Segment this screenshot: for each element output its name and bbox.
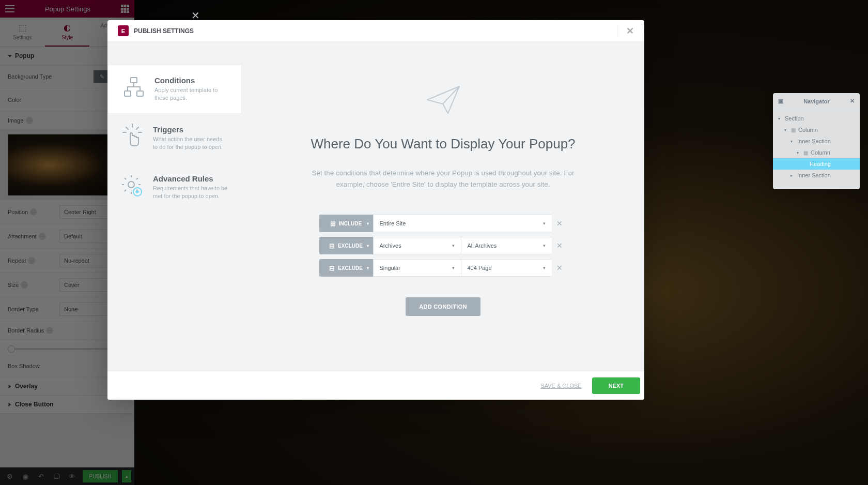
modal-header: E PUBLISH SETTINGS ✕	[107, 20, 644, 42]
condition-subvalue-select[interactable]: 404 Page▾	[461, 259, 552, 277]
sidebar-item-advanced[interactable]: Advanced Rules Requirements that have to…	[107, 163, 242, 212]
navigator-title: Navigator	[803, 98, 830, 104]
chevron-down-icon: ▾	[543, 265, 546, 270]
condition-value-select[interactable]: Archives▾	[373, 237, 461, 254]
chevron-down-icon: ▾	[543, 221, 546, 226]
elementor-badge-icon: E	[118, 25, 129, 36]
svg-rect-2	[137, 91, 143, 96]
sidebar-item-conditions[interactable]: Conditions Apply current template to the…	[107, 65, 242, 114]
save-close-link[interactable]: SAVE & CLOSE	[540, 383, 581, 389]
triggers-icon	[121, 125, 144, 148]
condition-row: ⊟EXCLUDE▾ Singular▾ 404 Page▾ ✕	[319, 259, 567, 277]
add-condition-button[interactable]: ADD CONDITION	[406, 297, 481, 316]
main-heading: Where Do You Want to Display Your Popup?	[311, 136, 575, 152]
condition-type-select[interactable]: ⊞INCLUDE▾	[319, 215, 373, 232]
advanced-icon	[121, 174, 144, 197]
condition-subvalue-select[interactable]: All Archives▾	[461, 237, 552, 254]
column-icon: ▦	[803, 150, 808, 156]
modal-body: Conditions Apply current template to the…	[107, 42, 644, 371]
plus-square-icon: ⊞	[330, 220, 336, 228]
nav-item-inner-section[interactable]: ▾Inner Section	[773, 135, 860, 147]
remove-condition-icon[interactable]: ✕	[552, 219, 567, 228]
condition-rows: ⊞INCLUDE▾ Entire Site▾ ✕ ⊟EXCLUDE▾ Archi…	[319, 215, 567, 277]
navigator-panel[interactable]: ▣ Navigator ✕ ▾Section ▾▦Column ▾Inner S…	[773, 93, 860, 189]
chevron-down-icon: ▾	[367, 266, 369, 270]
next-button[interactable]: NEXT	[592, 377, 640, 394]
caret-down-icon: ▾	[784, 128, 788, 132]
modal-sidebar: Conditions Apply current template to the…	[107, 42, 242, 371]
condition-type-select[interactable]: ⊟EXCLUDE▾	[319, 237, 373, 254]
nav-item-inner-section[interactable]: ▸Inner Section	[773, 170, 860, 181]
minus-square-icon: ⊟	[329, 242, 335, 250]
publish-settings-modal: E PUBLISH SETTINGS ✕ Conditions Apply cu…	[107, 20, 644, 400]
main-description: Set the conditions that determine where …	[299, 168, 588, 190]
svg-point-3	[128, 181, 134, 188]
caret-down-icon: ▾	[791, 139, 795, 144]
condition-row: ⊞INCLUDE▾ Entire Site▾ ✕	[319, 215, 567, 232]
condition-type-select[interactable]: ⊟EXCLUDE▾	[319, 259, 373, 277]
close-icon[interactable]: ✕	[617, 25, 634, 37]
condition-row: ⊟EXCLUDE▾ Archives▾ All Archives▾ ✕	[319, 237, 567, 254]
remove-condition-icon[interactable]: ✕	[552, 264, 567, 272]
chevron-down-icon: ▾	[452, 243, 455, 248]
triggers-title: Triggers	[153, 125, 228, 134]
modal-footer: SAVE & CLOSE NEXT	[107, 371, 644, 400]
conditions-desc: Apply current template to these pages.	[154, 86, 228, 102]
modal-main: Where Do You Want to Display Your Popup?…	[242, 42, 644, 371]
chevron-down-icon: ▾	[367, 244, 369, 248]
navigator-collapse-icon[interactable]: ▣	[778, 98, 783, 104]
caret-down-icon: ▾	[778, 116, 782, 121]
advanced-desc: Requirements that have to be met for the…	[153, 185, 228, 201]
column-icon: ▦	[791, 127, 796, 133]
chevron-down-icon: ▾	[452, 265, 455, 270]
sidebar-item-triggers[interactable]: Triggers What action the user needs to d…	[107, 114, 242, 163]
chevron-down-icon: ▾	[543, 243, 546, 248]
close-icon[interactable]: ✕	[850, 98, 855, 104]
caret-right-icon: ▸	[791, 173, 795, 178]
chevron-down-icon: ▾	[367, 221, 369, 226]
advanced-title: Advanced Rules	[153, 174, 228, 183]
svg-rect-0	[131, 78, 137, 83]
svg-rect-1	[125, 91, 131, 96]
conditions-title: Conditions	[154, 76, 228, 85]
triggers-desc: What action the user needs to do for the…	[153, 135, 228, 151]
nav-item-column[interactable]: ▾▦Column	[773, 124, 860, 135]
condition-value-select[interactable]: Singular▾	[373, 259, 461, 277]
nav-item-section[interactable]: ▾Section	[773, 113, 860, 124]
conditions-icon	[122, 76, 145, 99]
paper-plane-icon	[425, 84, 461, 117]
caret-down-icon: ▾	[797, 150, 801, 155]
nav-item-heading[interactable]: Heading	[773, 158, 860, 170]
navigator-header: ▣ Navigator ✕	[773, 93, 860, 110]
minus-square-icon: ⊟	[329, 264, 335, 272]
condition-value-select[interactable]: Entire Site▾	[373, 215, 552, 232]
modal-title: PUBLISH SETTINGS	[134, 27, 194, 35]
nav-item-column[interactable]: ▾▦Column	[773, 147, 860, 158]
navigator-tree: ▾Section ▾▦Column ▾Inner Section ▾▦Colum…	[773, 110, 860, 189]
remove-condition-icon[interactable]: ✕	[552, 241, 567, 250]
